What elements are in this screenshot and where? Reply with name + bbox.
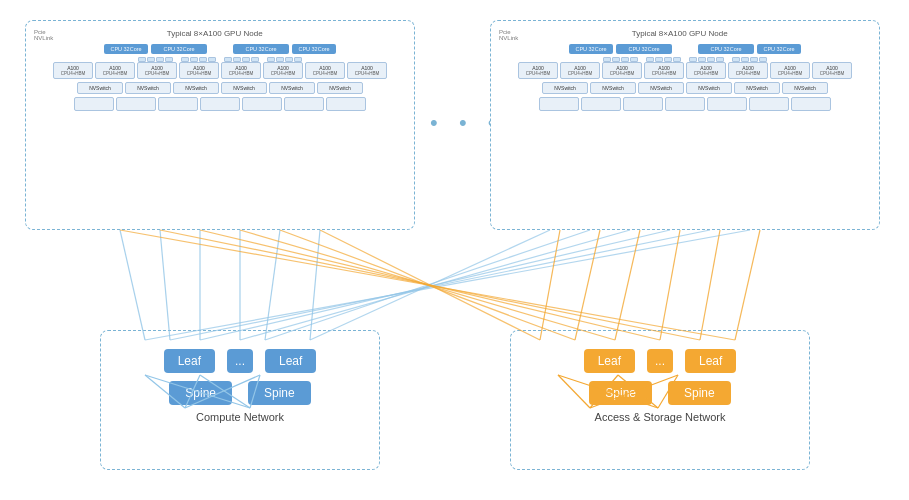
svg-line-22 [280, 230, 575, 340]
svg-line-6 [310, 230, 550, 340]
svg-line-13 [575, 230, 600, 340]
left-conn-1 [74, 97, 114, 111]
svg-line-0 [120, 230, 145, 340]
right-a100-1: A100CPU4+HBM [518, 62, 558, 79]
right-switch-2: NVSwitch [590, 82, 636, 94]
svg-line-17 [735, 230, 760, 340]
left-a100-3: A100CPU4+HBM [137, 62, 177, 79]
svg-line-10 [170, 230, 710, 340]
left-a100-8: A100CPU4+HBM [347, 62, 387, 79]
svg-line-12 [540, 230, 560, 340]
right-switch-row: NVSwitch NVSwitch NVSwitch NVSwitch NVSw… [499, 82, 871, 94]
left-conn-3 [158, 97, 198, 111]
svg-line-20 [200, 230, 660, 340]
right-conn-1 [539, 97, 579, 111]
left-a100-4: A100CPU4+HBM [179, 62, 219, 79]
svg-line-18 [120, 230, 735, 340]
access-network-title: Access & Storage Network [521, 411, 799, 423]
left-switch-row: NVSwitch NVSwitch NVSwitch NVSwitch NVSw… [34, 82, 406, 94]
svg-line-14 [615, 230, 640, 340]
right-a100-4: A100CPU4+HBM [644, 62, 684, 79]
right-a100-6: A100CPU4+HBM [728, 62, 768, 79]
left-conn-2 [116, 97, 156, 111]
right-switch-6: NVSwitch [782, 82, 828, 94]
compute-leaf-row: Leaf ... Leaf [111, 349, 369, 373]
svg-line-5 [310, 230, 320, 340]
left-a100-6: A100CPU4+HBM [263, 62, 303, 79]
compute-spine-2: Spine [248, 381, 311, 405]
right-switch-5: NVSwitch [734, 82, 780, 94]
right-cpu-1: CPU 32Core [569, 44, 613, 54]
left-a100-1: A100CPU4+HBM [53, 62, 93, 79]
access-spine-1: Spine [589, 381, 652, 405]
left-cpu-3: CPU 32Core [233, 44, 289, 54]
right-conn-2 [581, 97, 621, 111]
access-spine-row: Spine Spine [521, 381, 799, 405]
right-conn-5 [707, 97, 747, 111]
left-switch-4: NVSwitch [221, 82, 267, 94]
access-spine-2: Spine [668, 381, 731, 405]
svg-line-9 [200, 230, 670, 340]
main-diagram: Pcie NVLink Typical 8×A100 GPU Node CPU … [0, 0, 909, 500]
right-cpu-3: CPU 32Core [698, 44, 754, 54]
left-conn-7 [326, 97, 366, 111]
right-a100-3: A100CPU4+HBM [602, 62, 642, 79]
left-switch-2: NVSwitch [125, 82, 171, 94]
access-network-box: Leaf ... Leaf Spine Spine Access & Stora… [510, 330, 810, 470]
svg-line-16 [700, 230, 720, 340]
right-a100-2: A100CPU4+HBM [560, 62, 600, 79]
right-conn-3 [623, 97, 663, 111]
compute-spine-1: Spine [169, 381, 232, 405]
left-connector-row [34, 97, 406, 111]
svg-line-8 [240, 230, 630, 340]
left-a100-7: A100CPU4+HBM [305, 62, 345, 79]
access-leaf-dots: ... [647, 349, 673, 373]
left-cpu-2: CPU 32Core [151, 44, 207, 54]
compute-leaf-2: Leaf [265, 349, 316, 373]
right-conn-7 [791, 97, 831, 111]
right-switch-1: NVSwitch [542, 82, 588, 94]
compute-spine-row: Spine Spine [111, 381, 369, 405]
svg-line-23 [320, 230, 540, 340]
access-leaf-1: Leaf [584, 349, 635, 373]
left-switch-1: NVSwitch [77, 82, 123, 94]
svg-line-21 [240, 230, 615, 340]
left-conn-5 [242, 97, 282, 111]
left-switch-5: NVSwitch [269, 82, 315, 94]
compute-network-box: Leaf ... Leaf Spine Spine Compute Networ… [100, 330, 380, 470]
svg-line-7 [265, 230, 590, 340]
right-node-labels: Pcie NVLink [499, 29, 518, 41]
left-node-title: Typical 8×A100 GPU Node [53, 29, 376, 38]
gpu-node-right: Pcie NVLink Typical 8×A100 GPU Node CPU … [490, 20, 880, 230]
compute-leaf-dots: ... [227, 349, 253, 373]
access-leaf-2: Leaf [685, 349, 736, 373]
gpu-node-left: Pcie NVLink Typical 8×A100 GPU Node CPU … [25, 20, 415, 230]
right-a100-8: A100CPU4+HBM [812, 62, 852, 79]
left-conn-4 [200, 97, 240, 111]
right-switch-3: NVSwitch [638, 82, 684, 94]
access-leaf-row: Leaf ... Leaf [521, 349, 799, 373]
left-cpu-4: CPU 32Core [292, 44, 336, 54]
compute-leaf-1: Leaf [164, 349, 215, 373]
right-a100-row: A100CPU4+HBM A100CPU4+HBM A100CPU4+HBM A… [499, 62, 871, 79]
left-a100-2: A100CPU4+HBM [95, 62, 135, 79]
right-cpu-row: CPU 32Core CPU 32Core CPU 32Core CPU 32C… [499, 44, 871, 54]
left-cpu-1: CPU 32Core [104, 44, 148, 54]
svg-line-4 [265, 230, 280, 340]
left-switch-3: NVSwitch [173, 82, 219, 94]
svg-line-19 [160, 230, 700, 340]
svg-line-1 [160, 230, 170, 340]
left-conn-6 [284, 97, 324, 111]
left-cpu-row: CPU 32Core CPU 32Core CPU 32Core CPU 32C… [34, 44, 406, 54]
right-conn-6 [749, 97, 789, 111]
right-switch-4: NVSwitch [686, 82, 732, 94]
svg-line-15 [660, 230, 680, 340]
left-a100-row: A100CPU4+HBM A100CPU4+HBM A100CPU4+HBM A… [34, 62, 406, 79]
svg-line-11 [145, 230, 750, 340]
right-node-title: Typical 8×A100 GPU Node [518, 29, 841, 38]
compute-network-title: Compute Network [111, 411, 369, 423]
ellipsis-dots: • • • [430, 110, 499, 136]
left-a100-5: A100CPU4+HBM [221, 62, 261, 79]
right-cpu-4: CPU 32Core [757, 44, 801, 54]
left-switch-6: NVSwitch [317, 82, 363, 94]
